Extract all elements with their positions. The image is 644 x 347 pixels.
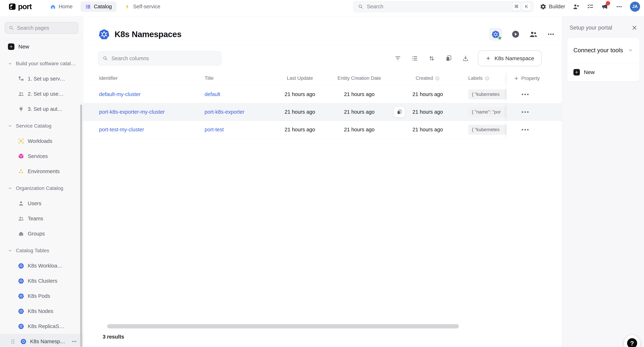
sidebar-item-k8s-namespaces[interactable]: K8s Namesp… <box>0 334 83 347</box>
sidebar-section-catalog-tables[interactable]: Catalog Tables <box>0 243 83 258</box>
row-menu-button[interactable] <box>522 94 528 95</box>
title-link[interactable]: port-k8s-exporter <box>204 109 244 115</box>
sidebar-item-services[interactable]: Services <box>0 149 83 164</box>
sidebar-item-teams[interactable]: Teams <box>0 211 83 226</box>
sidebar-item-label: K8s Clusters <box>28 278 57 284</box>
k8s-icon <box>98 29 110 40</box>
drag-handle-icon[interactable] <box>12 339 14 343</box>
more-menu-button[interactable] <box>616 4 622 10</box>
ellipsis-icon <box>72 339 77 344</box>
add-property-button[interactable]: Property <box>506 76 540 81</box>
builder-button[interactable]: Builder <box>540 4 565 10</box>
column-header-labels[interactable]: Labels <box>468 76 483 81</box>
close-icon <box>632 25 638 31</box>
topbar-actions: Builder JA <box>540 2 640 12</box>
sidebar-scrollbar[interactable] <box>80 105 82 347</box>
table-header-row: Identifier Title Last Update Entity Crea… <box>83 71 562 86</box>
sidebar-search[interactable] <box>5 22 78 34</box>
sidebar-item-setup-users[interactable]: 2. Set up use… <box>0 86 83 101</box>
copy-view-icon[interactable] <box>445 55 452 62</box>
row-menu-button[interactable] <box>522 111 528 113</box>
title-link[interactable]: default <box>204 91 220 97</box>
group-by-icon[interactable] <box>411 55 418 62</box>
port-logo[interactable]: port <box>8 2 32 11</box>
sidebar-item-k8s-replicasets[interactable]: K8s ReplicaS… <box>0 319 83 334</box>
global-search-input[interactable] <box>367 4 510 10</box>
column-header-title[interactable]: Title <box>204 76 214 81</box>
run-button[interactable] <box>512 30 520 38</box>
cube-scan-icon <box>18 138 24 144</box>
sidebar-item-k8s-workloads[interactable]: K8s Workloa… <box>0 258 83 273</box>
horizontal-scrollbar[interactable] <box>107 324 459 328</box>
sidebar-item-users[interactable]: Users <box>0 196 83 211</box>
search-columns[interactable] <box>98 51 221 65</box>
sidebar-section-organization-catalog[interactable]: Organization Catalog <box>0 181 83 196</box>
identifier-link[interactable]: port-k8s-exporter-my-cluster <box>99 109 164 115</box>
sidebar-item-k8s-nodes[interactable]: K8s Nodes <box>0 303 83 319</box>
exporter-status-button[interactable] <box>489 28 502 41</box>
sidebar-section-build[interactable]: Build your software catal… <box>0 56 83 71</box>
download-icon[interactable] <box>462 55 469 62</box>
search-columns-input[interactable] <box>112 56 217 62</box>
search-icon <box>102 56 108 61</box>
nav-home[interactable]: Home <box>46 2 77 12</box>
announcements-button[interactable] <box>602 3 608 10</box>
close-panel-button[interactable] <box>632 25 638 31</box>
chevron-down-icon <box>8 186 12 190</box>
labels-chip[interactable]: { "kubernetes <box>468 125 506 135</box>
sidebar-item-environments[interactable]: Environments <box>0 164 83 179</box>
column-header-entity-creation-date[interactable]: Entity Creation Date <box>338 76 381 81</box>
ellipsis-icon <box>616 4 622 10</box>
table-row: port-k8s-exporter-my-cluster port-k8s-ex… <box>83 103 562 121</box>
table-row: default-my-cluster default 21 hours ago … <box>83 86 562 103</box>
column-header-identifier[interactable]: Identifier <box>99 76 118 81</box>
title-link[interactable]: port-test <box>204 127 224 133</box>
labels-chip[interactable]: { "kubernetes <box>468 89 506 100</box>
home-icon <box>50 4 56 10</box>
sidebar-item-k8s-clusters[interactable]: K8s Clusters <box>0 273 83 288</box>
sidebar-item-label: Environments <box>28 168 60 174</box>
connect-tools-dropdown[interactable]: Connect your tools <box>567 38 640 63</box>
global-search[interactable]: ⌘ K <box>353 1 534 12</box>
avatar[interactable]: JA <box>630 2 640 12</box>
labels-chip[interactable]: { "name": "por <box>468 107 506 117</box>
sidebar-item-workloads[interactable]: Workloads <box>0 134 83 149</box>
sidebar-section-service-catalog[interactable]: Service Catalog <box>0 118 83 134</box>
page-menu-button[interactable] <box>547 31 555 38</box>
sidebar-item-groups[interactable]: Groups <box>0 226 83 241</box>
results-count: 3 results <box>103 334 562 340</box>
search-icon <box>9 25 14 31</box>
copy-button[interactable] <box>394 107 405 118</box>
panel-new-button[interactable]: New <box>567 63 640 82</box>
invite-users-button[interactable] <box>573 3 580 10</box>
permissions-button[interactable] <box>529 30 538 39</box>
sidebar-search-input[interactable] <box>17 25 74 31</box>
page-header: K8s Namespaces <box>83 17 562 46</box>
column-header-created[interactable]: Created <box>416 76 433 81</box>
row-menu-button[interactable] <box>522 129 528 130</box>
identifier-link[interactable]: port-test-my-cluster <box>99 127 144 133</box>
sidebar-item-setup-service[interactable]: 1. Set up serv… <box>0 71 83 86</box>
k-keycap: K <box>522 3 531 11</box>
sidebar-item-label: K8s ReplicaS… <box>28 323 64 329</box>
identifier-link[interactable]: default-my-cluster <box>99 91 140 97</box>
sidebar: New Build your software catal… 1. Set up… <box>0 17 83 347</box>
sidebar-item-setup-automations[interactable]: 3. Set up aut… <box>0 101 83 117</box>
sidebar-item-menu-button[interactable] <box>72 339 77 344</box>
sidebar-item-label: K8s Pods <box>28 293 50 299</box>
last-update-value: 21 hours ago <box>284 91 315 97</box>
nav-self-service[interactable]: Self-service <box>120 2 165 12</box>
sidebar-new-button[interactable]: New <box>0 39 83 54</box>
k8s-icon <box>18 308 24 314</box>
column-header-last-update[interactable]: Last Update <box>287 76 313 81</box>
sort-icon[interactable] <box>428 55 435 62</box>
filter-icon[interactable] <box>394 55 401 62</box>
nav-catalog[interactable]: Catalog <box>80 2 116 12</box>
table-row: port-test-my-cluster port-test 21 hours … <box>83 121 562 139</box>
add-k8s-namespace-button[interactable]: K8s Namespace <box>478 51 542 66</box>
nav-self-service-label: Self-service <box>133 4 160 10</box>
tasks-button[interactable] <box>587 3 594 10</box>
sidebar-item-k8s-pods[interactable]: K8s Pods <box>0 288 83 303</box>
k8s-icon <box>18 263 24 269</box>
chevron-down-icon <box>8 248 12 253</box>
